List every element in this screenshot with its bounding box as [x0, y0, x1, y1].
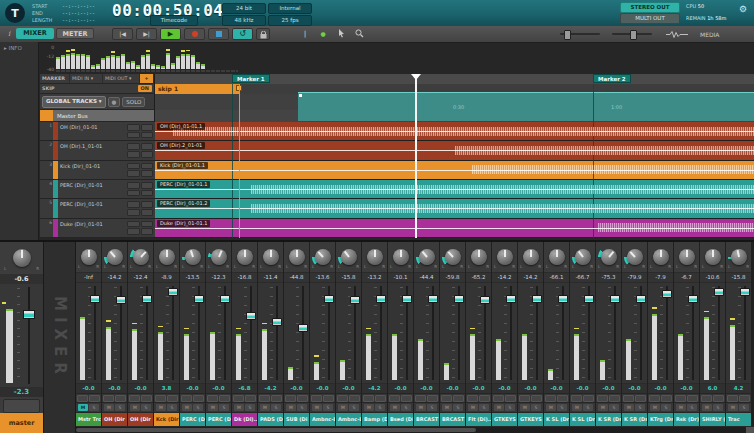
solo-button[interactable]: S — [89, 404, 99, 411]
fader-handle[interactable] — [532, 295, 542, 303]
channel-strip[interactable]: LR-14.2-0.0MSGTKEYS (D — [492, 242, 517, 426]
solo-button[interactable]: S — [479, 404, 489, 411]
channel-strip[interactable]: LR-13.2-4.2MSBamp (Di — [362, 242, 387, 426]
mute-button[interactable]: M — [468, 404, 478, 411]
solo-button[interactable]: S — [323, 404, 333, 411]
solo-button[interactable]: S — [661, 404, 671, 411]
zoom-h-slider[interactable] — [560, 33, 600, 35]
media-tab[interactable]: MEDIA — [700, 31, 719, 38]
track-mini-button[interactable] — [141, 132, 154, 139]
clip-lane[interactable]: Duke (Dir)_01-01.1 — [155, 219, 754, 238]
channel-strip[interactable]: LR-7.9-0.0MSKTrg (Dr) — [648, 242, 673, 426]
fader-handle[interactable] — [428, 295, 438, 303]
fader-handle[interactable] — [662, 290, 672, 298]
track-mini-button[interactable] — [127, 201, 140, 208]
send-button[interactable] — [181, 395, 192, 402]
channel-name-label[interactable]: KTrg (Dr) — [648, 413, 673, 426]
channel-name-label[interactable]: Ambnc-L-L — [310, 413, 335, 426]
send-button[interactable] — [415, 395, 426, 402]
track-header[interactable]: 1OH (Dir)_01-01 — [40, 122, 155, 141]
track-mini-button[interactable] — [127, 209, 140, 216]
mute-button[interactable]: M — [156, 404, 166, 411]
fader-handle[interactable] — [584, 295, 594, 303]
mixer-scrollbar[interactable] — [76, 427, 754, 433]
channel-name-label[interactable]: Bsed (Di — [388, 413, 413, 426]
channel-strip[interactable]: LR-44.8-0.0MSSUB (Di — [284, 242, 309, 426]
mute-button[interactable]: M — [494, 404, 504, 411]
send-button[interactable] — [635, 395, 646, 402]
fader-handle[interactable] — [740, 288, 750, 296]
channel-name-label[interactable]: PERC (Di — [206, 413, 231, 426]
mute-button[interactable]: M — [650, 404, 660, 411]
track-header[interactable]: 4PERC (Dir)_01-01 — [40, 180, 155, 199]
channel-strip[interactable]: LR-10.1-0.0MSBsed (Di — [388, 242, 413, 426]
channel-strip[interactable]: LR-10.66.0MSSHIRLY (D — [700, 242, 725, 426]
mute-button[interactable]: M — [182, 404, 192, 411]
send-button[interactable] — [649, 395, 660, 402]
track-header[interactable]: 5PERC (Dir)_01-01 — [40, 199, 155, 218]
send-button[interactable] — [245, 395, 256, 402]
mute-button[interactable]: M — [286, 404, 296, 411]
track-mini-button[interactable] — [141, 151, 154, 158]
fader-handle[interactable] — [246, 312, 256, 320]
fader-handle[interactable] — [168, 288, 178, 296]
solo-button[interactable]: S — [115, 404, 125, 411]
channel-name-label[interactable]: K SL (Dr) — [570, 413, 595, 426]
master-bus-row[interactable]: Master Bus — [40, 110, 154, 122]
channel-strip[interactable]: LR-15.84.2MSTrac — [726, 242, 751, 426]
channel-strip[interactable]: LR-66.1-0.0MSK SL (Dr) — [544, 242, 569, 426]
mute-button[interactable]: M — [208, 404, 218, 411]
solo-button[interactable]: S — [583, 404, 593, 411]
global-tracks-button[interactable]: GLOBAL TRACKS ▾ — [42, 96, 106, 108]
solo-button[interactable]: S — [687, 404, 697, 411]
fader-track[interactable] — [666, 286, 668, 380]
channel-name-label[interactable]: OH (Dir — [128, 413, 153, 426]
mute-button[interactable]: M — [104, 404, 114, 411]
track-mini-button[interactable] — [141, 221, 154, 228]
send-button[interactable] — [713, 395, 724, 402]
channel-name-label[interactable]: Flt (Di)... — [466, 413, 491, 426]
fader-handle[interactable] — [116, 296, 126, 304]
fader-track[interactable] — [172, 286, 174, 380]
fader-handle[interactable] — [272, 318, 282, 326]
solo-button[interactable]: S — [271, 404, 281, 411]
track-mini-button[interactable] — [127, 124, 140, 131]
solo-button[interactable]: S — [193, 404, 203, 411]
solo-button[interactable]: S — [401, 404, 411, 411]
mute-button[interactable]: M — [728, 404, 738, 411]
fader-handle[interactable] — [194, 295, 204, 303]
channel-name-label[interactable]: Bamp (Di — [362, 413, 387, 426]
mute-button[interactable]: M — [338, 404, 348, 411]
channel-name-label[interactable]: OH (Dir — [102, 413, 127, 426]
channel-name-label[interactable]: SUB (Di — [284, 413, 309, 426]
channel-strip[interactable]: LR-15.8-0.0MSAmbnc-L-L — [336, 242, 361, 426]
send-button[interactable] — [597, 395, 608, 402]
track-mini-button[interactable] — [127, 151, 140, 158]
fader-track[interactable] — [718, 286, 720, 380]
fader-handle[interactable] — [610, 295, 620, 303]
marker-tag[interactable]: Marker 1 — [232, 74, 270, 83]
send-button[interactable] — [375, 395, 386, 402]
solo-button[interactable]: S — [609, 404, 619, 411]
multi-out-button[interactable]: MULTI OUT — [620, 13, 680, 24]
fader-handle[interactable] — [636, 295, 646, 303]
fader-handle[interactable] — [402, 295, 412, 303]
stop-button[interactable] — [208, 28, 229, 40]
skip-to-end-button[interactable]: ▶| — [136, 28, 157, 40]
punch-lock-button[interactable] — [256, 28, 270, 40]
solo-button[interactable]: S — [167, 404, 177, 411]
send-button[interactable] — [623, 395, 634, 402]
send-button[interactable] — [349, 395, 360, 402]
arm-record-button[interactable]: ● — [108, 97, 121, 107]
zoom-v-handle[interactable] — [630, 30, 637, 40]
solo-button[interactable]: S — [713, 404, 723, 411]
channel-strip[interactable]: LR-13.6-0.0MSAmbnc-L-L — [310, 242, 335, 426]
channel-strip[interactable]: LR-13.5-0.0MSPERC (Di — [180, 242, 205, 426]
send-button[interactable] — [545, 395, 556, 402]
mute-button[interactable]: M — [312, 404, 322, 411]
send-button[interactable] — [479, 395, 490, 402]
send-button[interactable] — [427, 395, 438, 402]
clip-lane[interactable]: PERC (Dir)_01-01.2 — [155, 199, 754, 218]
track-mini-button[interactable] — [141, 201, 154, 208]
send-button[interactable] — [233, 395, 244, 402]
